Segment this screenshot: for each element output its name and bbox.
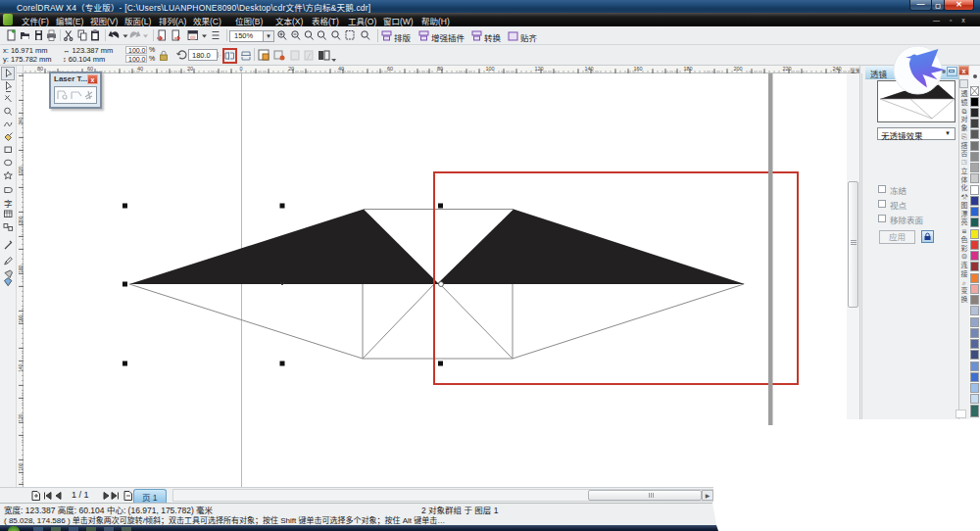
svg-text:字: 字 — [4, 199, 13, 209]
